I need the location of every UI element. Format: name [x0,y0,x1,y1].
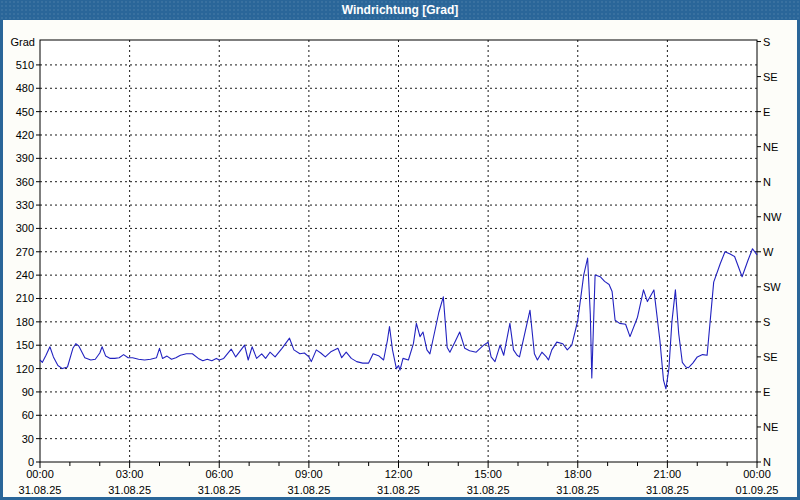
window-title: Windrichtung [Grad] [342,3,459,17]
y-tick-label-left: 120 [16,363,34,375]
compass-label: SE [763,351,778,363]
x-tick-label: 18:00 [564,468,592,480]
compass-label: NE [763,421,778,433]
x-tick-label: 06:00 [205,468,233,480]
x-tick-label: 12:00 [385,468,413,480]
y-tick-label-left: 390 [16,152,34,164]
y-tick-label-left: 210 [16,292,34,304]
x-tick-label: 00:00 [743,468,771,480]
y-tick-label-left: 0 [28,456,34,468]
compass-label: N [763,176,771,188]
x-date-label: 31.08.25 [467,484,510,496]
x-date-label: 31.08.25 [198,484,241,496]
x-date-label: 31.08.25 [556,484,599,496]
y-tick-label-left: 30 [22,433,34,445]
y-axis-title: Grad [11,36,35,48]
x-date-label: 31.08.25 [108,484,151,496]
y-tick-label-left: 330 [16,199,34,211]
compass-label: SW [763,281,781,293]
y-tick-label-left: 480 [16,82,34,94]
y-tick-label-left: 150 [16,339,34,351]
y-tick-label-left: 360 [16,176,34,188]
compass-label: N [763,456,771,468]
y-tick-label-left: 450 [16,106,34,118]
compass-label: W [763,246,774,258]
x-tick-label: 03:00 [116,468,144,480]
app-window: Windrichtung [Grad] 51048045042039036033… [0,0,800,500]
compass-label: S [763,316,770,328]
y-tick-label-left: 90 [22,386,34,398]
x-date-label: 31.08.25 [377,484,420,496]
x-date-label: 01.09.25 [736,484,779,496]
y-tick-label-left: 240 [16,269,34,281]
x-tick-label: 09:00 [295,468,323,480]
compass-label: NE [763,141,778,153]
y-tick-label-left: 300 [16,222,34,234]
window-border-left [0,20,3,500]
x-tick-label: 15:00 [474,468,502,480]
compass-label: SE [763,71,778,83]
y-tick-label-left: 420 [16,129,34,141]
x-tick-label: 21:00 [654,468,682,480]
y-tick-label-left: 510 [16,59,34,71]
window-titlebar: Windrichtung [Grad] [0,0,800,20]
wind-direction-chart: 5104804504203903603303002702402101801501… [0,0,800,500]
x-date-label: 31.08.25 [19,484,62,496]
compass-label: NW [763,211,782,223]
x-date-label: 31.08.25 [646,484,689,496]
y-tick-label-left: 270 [16,246,34,258]
compass-label: S [763,36,770,48]
y-tick-label-left: 60 [22,409,34,421]
y-tick-label-left: 180 [16,316,34,328]
x-tick-label: 00:00 [26,468,54,480]
compass-label: E [763,106,770,118]
x-date-label: 31.08.25 [287,484,330,496]
compass-label: E [763,386,770,398]
